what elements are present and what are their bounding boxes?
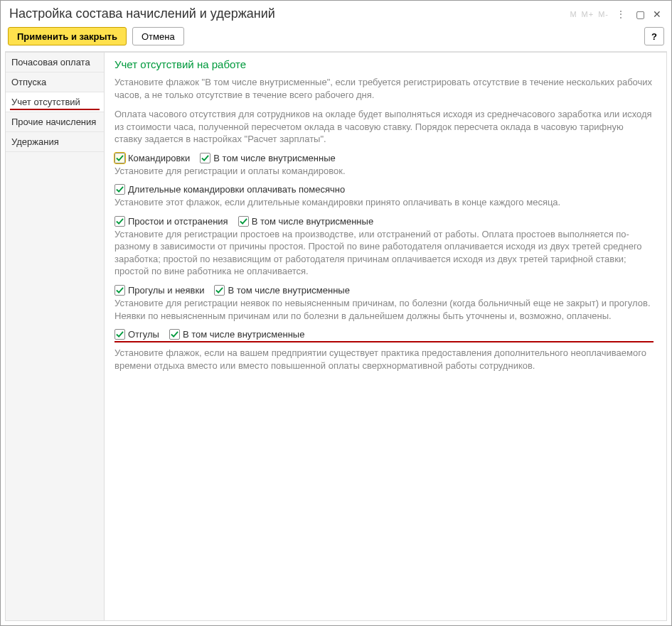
content-pane: Учет отсутствий на работе Установите фла… — [105, 52, 667, 621]
sidebar-item-label: Прочие начисления — [11, 117, 96, 127]
check-icon — [114, 184, 125, 195]
compoff-label: Отгулы — [128, 329, 159, 340]
downtime-label: Простои и отстранения — [128, 216, 228, 227]
check-icon — [114, 285, 125, 296]
downtime-checkbox[interactable]: Простои и отстранения — [114, 216, 228, 227]
check-icon — [114, 153, 125, 163]
sidebar-item-hourly[interactable]: Почасовая оплата — [6, 53, 104, 72]
trips-row: Командировки В том числе внутрисменные — [114, 153, 654, 163]
absences-checkbox[interactable]: Прогулы и неявки — [114, 285, 204, 296]
sidebar-item-vacations[interactable]: Отпуска — [6, 72, 104, 92]
settings-window: Настройка состава начислений и удержаний… — [0, 0, 672, 626]
mem-mminus-icon: M- — [598, 10, 609, 18]
cancel-button[interactable]: Отмена — [132, 27, 184, 45]
help-button[interactable]: ? — [644, 27, 664, 45]
check-icon — [114, 329, 125, 340]
trips-label: Командировки — [128, 153, 190, 163]
sidebar-item-label: Отпуска — [11, 77, 46, 87]
trips-checkbox[interactable]: Командировки — [114, 153, 190, 163]
compoff-intrashift-checkbox[interactable]: В том числе внутрисменные — [169, 329, 304, 340]
more-icon[interactable]: ⋮ — [613, 9, 629, 20]
long-trips-row: Длительные командировки оплачивать помес… — [114, 184, 654, 195]
long-trips-label: Длительные командировки оплачивать помес… — [128, 184, 345, 195]
check-icon — [169, 329, 180, 340]
sidebar-item-absences[interactable]: Учет отсутствий — [6, 92, 104, 112]
titlebar-controls: M M+ M- ⋮ ▢ ✕ — [570, 9, 663, 20]
long-trips-desc: Установите этот флажок, если длительные … — [114, 196, 654, 209]
check-icon — [114, 216, 125, 227]
section-title: Учет отсутствий на работе — [114, 58, 654, 70]
check-icon — [214, 285, 225, 296]
intro-text-2: Оплата часового отсутствия для сотрудник… — [114, 108, 654, 146]
absences-desc: Установите для регистрации неявок по нев… — [114, 297, 654, 322]
downtime-intrashift-checkbox[interactable]: В том числе внутрисменные — [238, 216, 373, 227]
absences-intrashift-checkbox[interactable]: В том числе внутрисменные — [214, 285, 349, 296]
intro-text-1: Установите флажок "В том числе внутрисме… — [114, 76, 654, 101]
mem-m-icon: M — [570, 10, 577, 18]
mem-mplus-icon: M+ — [582, 10, 594, 18]
sidebar-item-label: Удержания — [11, 136, 59, 147]
compoff-intrashift-label: В том числе внутрисменные — [183, 329, 304, 340]
apply-close-button[interactable]: Применить и закрыть — [8, 27, 127, 45]
downtime-row: Простои и отстранения В том числе внутри… — [114, 216, 654, 227]
downtime-desc: Установите для регистрации простоев на п… — [114, 228, 654, 278]
sidebar: Почасовая оплата Отпуска Учет отсутствий… — [5, 52, 105, 621]
check-icon — [238, 216, 249, 227]
sidebar-item-label: Учет отсутствий — [11, 97, 80, 107]
downtime-intrashift-label: В том числе внутрисменные — [252, 216, 373, 227]
body: Почасовая оплата Отпуска Учет отсутствий… — [5, 51, 667, 621]
maximize-icon[interactable]: ▢ — [633, 9, 646, 20]
trips-intrashift-checkbox[interactable]: В том числе внутрисменные — [200, 153, 335, 163]
sidebar-item-other-accruals[interactable]: Прочие начисления — [6, 112, 104, 132]
titlebar: Настройка состава начислений и удержаний… — [1, 1, 671, 24]
sidebar-item-deductions[interactable]: Удержания — [6, 132, 104, 152]
compoff-row: Отгулы В том числе внутрисменные — [114, 329, 654, 342]
window-title: Настройка состава начислений и удержаний — [9, 6, 275, 21]
compoff-desc: Установите флажок, если на вашем предпри… — [114, 347, 654, 372]
absences-row: Прогулы и неявки В том числе внутрисменн… — [114, 285, 654, 296]
compoff-checkbox[interactable]: Отгулы — [114, 329, 159, 340]
check-icon — [200, 153, 210, 163]
absences-label: Прогулы и неявки — [128, 285, 204, 296]
absences-intrashift-label: В том числе внутрисменные — [228, 285, 349, 296]
close-icon[interactable]: ✕ — [650, 9, 663, 20]
sidebar-item-label: Почасовая оплата — [11, 57, 90, 68]
trips-intrashift-label: В том числе внутрисменные — [213, 153, 335, 163]
toolbar: Применить и закрыть Отмена ? — [1, 24, 671, 51]
long-trips-checkbox[interactable]: Длительные командировки оплачивать помес… — [114, 184, 345, 195]
trips-desc: Установите для регистрации и оплаты кома… — [114, 165, 654, 178]
